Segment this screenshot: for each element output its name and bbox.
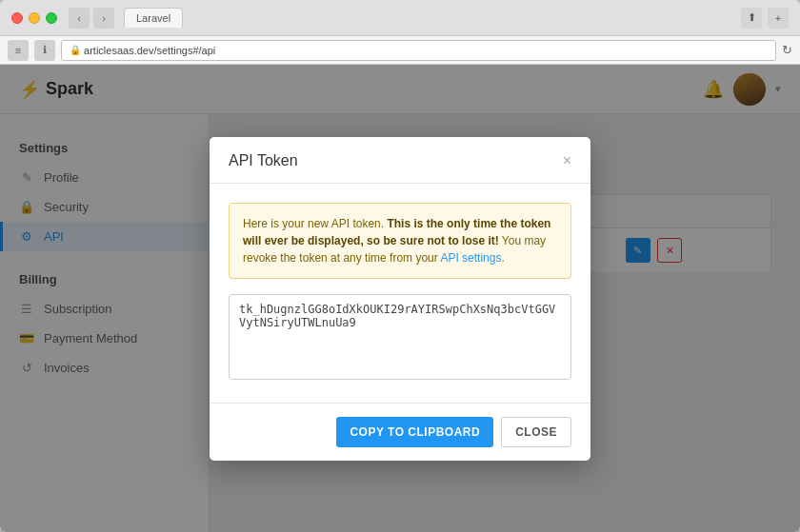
reading-list-button[interactable]: ≡ [8,40,29,61]
modal-overlay: API Token × Here is your new API token. … [0,65,800,532]
back-button[interactable]: ‹ [69,8,90,29]
modal-title: API Token [229,152,298,169]
forward-button[interactable]: › [93,8,114,29]
modal-header: API Token × [210,137,590,184]
url-text: articlesaas.dev/settings#/api [84,45,215,56]
close-modal-button[interactable]: CLOSE [501,417,571,447]
alert-text-normal: Here is your new API token. [243,217,387,230]
copy-to-clipboard-button[interactable]: COPY TO CLIPBOARD [336,417,493,447]
browser-actions: ⬆ + [741,8,789,29]
api-settings-link[interactable]: API settings [440,251,501,265]
new-tab-button[interactable]: + [768,8,789,29]
maximize-traffic-light[interactable] [46,12,57,24]
traffic-lights [11,12,57,24]
browser-tab-bar: Laravel [124,8,737,28]
tab-label: Laravel [136,12,170,24]
lock-icon: 🔒 [70,45,81,55]
app-content: ⚡ Spark 🔔 ▾ Settings ✎ Profile [0,65,800,532]
browser-window: ‹ › Laravel ⬆ + ≡ ℹ 🔒 articlesaas.dev/se… [0,0,800,532]
address-bar[interactable]: 🔒 articlesaas.dev/settings#/api [61,40,776,61]
close-traffic-light[interactable] [11,12,23,24]
reload-button[interactable]: ↻ [782,43,792,57]
api-token-modal: API Token × Here is your new API token. … [210,137,590,461]
modal-footer: COPY TO CLIPBOARD CLOSE [210,403,590,461]
modal-body: Here is your new API token. This is the … [210,184,590,403]
token-alert-box: Here is your new API token. This is the … [229,203,571,279]
minimize-traffic-light[interactable] [29,12,40,24]
modal-close-x-button[interactable]: × [563,153,571,168]
info-button[interactable]: ℹ [34,40,55,61]
address-bar-row: ≡ ℹ 🔒 articlesaas.dev/settings#/api ↻ [0,36,800,65]
token-textarea[interactable]: tk_hDugnzlGG8oIdXkOUKI29rAYIRSwpChXsNq3b… [229,294,571,380]
browser-tab[interactable]: Laravel [124,8,183,28]
share-button[interactable]: ⬆ [741,8,762,29]
nav-buttons: ‹ › [69,8,114,29]
browser-titlebar: ‹ › Laravel ⬆ + [0,0,800,36]
